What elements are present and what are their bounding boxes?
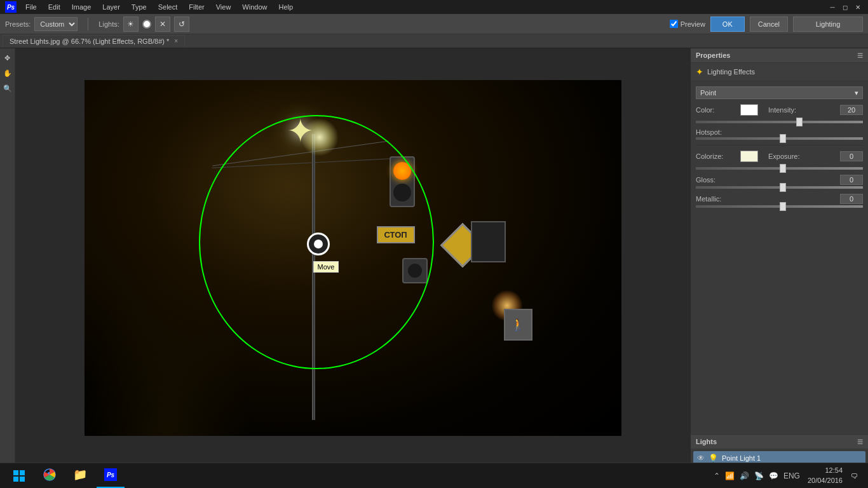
tool-zoom[interactable]: 🔍 — [1, 81, 15, 95]
clock-time: 12:54 — [808, 466, 843, 475]
gloss-slider[interactable] — [696, 186, 863, 189]
network-icon[interactable]: 📶 — [725, 471, 735, 480]
intensity-label: Intensity: — [768, 106, 796, 114]
options-toolbar: Presets: Custom Lights: ☀ ✕ ↺ Preview OK… — [0, 14, 868, 34]
dropdown-arrow: ▾ — [855, 89, 858, 97]
windows-logo — [13, 470, 25, 482]
lighting-effects-title-row: ✦ Lighting Effects — [691, 63, 868, 81]
light-color-btn[interactable] — [142, 20, 151, 29]
properties-collapse-btn[interactable]: ☰ — [857, 52, 863, 59]
black-sign — [471, 221, 506, 262]
properties-panel-header: Properties ☰ — [691, 48, 868, 63]
lights-panel-title: Lights — [696, 438, 717, 445]
document-tab[interactable]: Street Lights.jpg @ 66.7% (Light Effects… — [3, 35, 185, 48]
chat-icon[interactable]: 💬 — [769, 471, 778, 480]
intensity-slider[interactable] — [696, 121, 863, 123]
add-light-button[interactable]: ☀ — [123, 17, 139, 32]
color-swatch[interactable] — [740, 104, 758, 116]
divider1 — [696, 145, 863, 146]
properties-title: Properties — [696, 51, 730, 59]
colorize-swatch[interactable] — [740, 151, 758, 162]
restore-button[interactable]: ◻ — [840, 2, 850, 12]
titlebar-left: Ps File Edit Image Layer Type Select Fil… — [5, 1, 298, 13]
menu-type[interactable]: Type — [126, 2, 152, 12]
gloss-label: Gloss: — [696, 176, 740, 184]
minimize-button[interactable]: ─ — [827, 2, 837, 12]
exposure-value: 0 — [840, 151, 863, 161]
taskbar-clock[interactable]: 12:54 20/04/2016 — [808, 466, 843, 485]
bulb-icon: 💡 — [709, 454, 718, 463]
win-q2 — [20, 470, 25, 475]
night-scene: ✦ СТОП — [85, 80, 621, 436]
wifi-icon[interactable]: 📡 — [754, 471, 764, 480]
notification-button[interactable]: 🗨 — [845, 463, 863, 489]
lights-panel-header: Lights ☰ — [691, 435, 868, 449]
hotspot-thumb[interactable] — [780, 134, 786, 143]
ok-button[interactable]: OK — [710, 17, 745, 32]
toolbar-right: Preview OK Cancel Lighting — [670, 17, 863, 32]
preview-checkbox-label[interactable]: Preview — [670, 20, 705, 28]
hotspot-slider[interactable] — [696, 137, 863, 140]
cancel-button[interactable]: Cancel — [750, 17, 788, 32]
menu-filter[interactable]: Filter — [184, 2, 209, 12]
win-q4 — [20, 477, 25, 482]
pedestrian-sign: 🚶 — [504, 309, 532, 341]
lang-label[interactable]: ENG — [783, 471, 800, 480]
menu-help[interactable]: Help — [273, 2, 298, 12]
ps-taskbar-icon: Ps — [104, 468, 117, 481]
menu-bar: File Edit Image Layer Type Select Filter… — [20, 2, 298, 12]
start-button[interactable] — [5, 463, 33, 489]
explorer-icon: 📁 — [73, 468, 87, 482]
metallic-slider[interactable] — [696, 205, 863, 208]
preset-select[interactable]: Custom — [34, 17, 78, 31]
menu-select[interactable]: Select — [153, 2, 183, 12]
light-name: Point Light 1 — [722, 454, 761, 462]
tab-title: Street Lights.jpg @ 66.7% (Light Effects… — [10, 37, 169, 45]
intensity-thumb[interactable] — [796, 118, 803, 126]
canvas-area[interactable]: ✦ СТОП — [15, 48, 690, 468]
volume-icon[interactable]: 🔊 — [740, 471, 749, 480]
tool-move[interactable]: ✥ — [1, 51, 15, 65]
light-type-dropdown[interactable]: Point ▾ — [696, 86, 863, 99]
sun-icon: ✦ — [696, 67, 703, 77]
exposure-slider[interactable] — [696, 167, 863, 170]
tool-hand[interactable]: ✋ — [1, 66, 15, 80]
canvas-container: ✦ СТОП — [85, 80, 621, 436]
reset-light-button[interactable]: ↺ — [174, 17, 189, 32]
metallic-thumb[interactable] — [780, 202, 786, 211]
colorize-row: Colorize: Exposure: 0 — [696, 151, 863, 162]
taskbar-chrome[interactable] — [36, 463, 64, 489]
lights-collapse-btn[interactable]: ☰ — [857, 438, 863, 445]
lighting-effects-button[interactable]: Lighting — [793, 17, 863, 32]
taskbar-photoshop[interactable]: Ps — [97, 463, 125, 489]
menu-image[interactable]: Image — [67, 2, 97, 12]
move-tooltip: Move — [313, 261, 339, 273]
lighting-effects-label: Lighting Effects — [707, 68, 755, 76]
preview-checkbox[interactable] — [670, 20, 678, 28]
menu-view[interactable]: View — [211, 2, 236, 12]
menu-file[interactable]: File — [20, 2, 42, 12]
tab-close-btn[interactable]: × — [174, 37, 178, 44]
delete-light-button[interactable]: ✕ — [155, 17, 170, 32]
canvas-image: ✦ СТОП — [85, 80, 621, 436]
taskbar-explorer[interactable]: 📁 — [66, 463, 94, 489]
system-tray: ⌃ 📶 🔊 📡 💬 ENG — [714, 471, 800, 480]
eye-icon[interactable]: 👁 — [697, 454, 705, 463]
tab-bar: Street Lights.jpg @ 66.7% (Light Effects… — [0, 34, 868, 48]
menu-edit[interactable]: Edit — [43, 2, 65, 12]
light-handle[interactable] — [307, 233, 330, 255]
lights-label: Lights: — [98, 20, 119, 28]
intensity-value: 20 — [840, 105, 863, 115]
tray-chevron[interactable]: ⌃ — [714, 471, 720, 480]
gloss-thumb[interactable] — [780, 183, 786, 192]
lighting-button-label: Lighting — [816, 20, 841, 28]
main-area: ✥ ✋ 🔍 — [0, 48, 868, 468]
metallic-value: 0 — [840, 194, 863, 204]
menu-window[interactable]: Window — [237, 2, 272, 12]
exposure-thumb[interactable] — [780, 164, 786, 173]
menu-layer[interactable]: Layer — [97, 2, 125, 12]
preset-label: Presets: — [5, 20, 31, 28]
close-button[interactable]: ✕ — [853, 2, 863, 12]
ps-logo: Ps — [5, 1, 17, 13]
clock-date: 20/04/2016 — [808, 476, 843, 485]
